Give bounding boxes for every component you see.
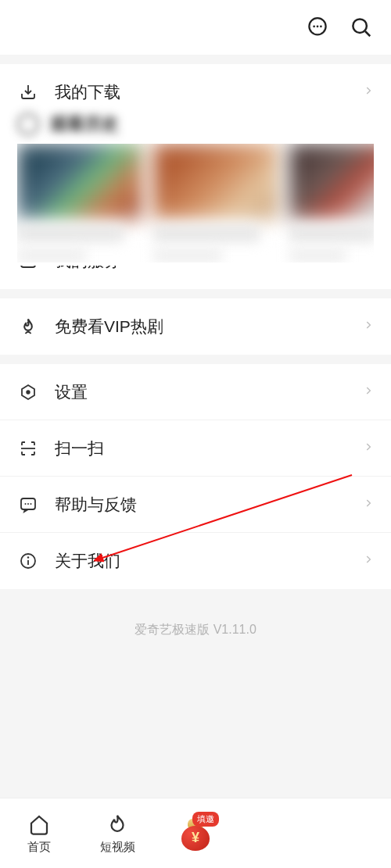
nav-shortvideo[interactable]: 短视频	[78, 812, 156, 855]
menu-label: 设置	[55, 381, 363, 403]
svg-point-15	[27, 503, 29, 505]
thumb-subtitle	[289, 248, 346, 263]
hexagon-icon	[17, 381, 39, 403]
menu-group-vip: 免费看VIP热剧	[0, 298, 391, 355]
info-icon	[17, 550, 39, 572]
thumb-image	[289, 144, 374, 219]
history-icon	[17, 113, 39, 135]
history-section: 观看历史	[0, 109, 391, 266]
thumb-subtitle	[153, 248, 222, 263]
flame-icon	[17, 316, 39, 338]
history-thumb[interactable]	[289, 144, 374, 263]
svg-point-11	[27, 391, 30, 394]
home-icon	[27, 812, 52, 837]
section-gap	[0, 289, 391, 298]
chevron-right-icon	[363, 498, 374, 512]
menu-item-scan[interactable]: 扫一扫	[0, 420, 391, 477]
menu-label: 帮助与反馈	[55, 494, 363, 516]
menu-item-free-vip[interactable]: 免费看VIP热剧	[0, 298, 391, 355]
top-bar	[0, 0, 391, 55]
section-gap	[0, 55, 391, 64]
svg-point-14	[25, 503, 27, 505]
thumb-title	[17, 225, 124, 242]
chevron-right-icon	[363, 320, 374, 334]
history-thumb[interactable]	[17, 144, 142, 263]
svg-point-16	[30, 503, 32, 505]
nav-label: 首页	[27, 840, 51, 855]
chevron-right-icon	[363, 441, 374, 455]
svg-point-3	[320, 25, 322, 27]
thumb-title	[153, 225, 260, 242]
menu-label: 免费看VIP热剧	[55, 316, 363, 338]
svg-point-4	[353, 19, 367, 33]
app-version: 爱奇艺极速版 V1.11.0	[0, 589, 391, 670]
menu-item-about[interactable]: 关于我们	[0, 533, 391, 589]
flame-outline-icon	[105, 812, 130, 837]
nav-label: 短视频	[100, 840, 135, 855]
menu-label: 关于我们	[55, 550, 363, 572]
bottom-nav: 首页 短视频 ¥ 填邀	[0, 798, 391, 868]
menu-group-system: 设置 扫一扫 帮助与反馈 关	[0, 364, 391, 589]
scan-icon	[17, 438, 39, 459]
thumb-title	[289, 225, 374, 242]
svg-point-19	[27, 556, 29, 558]
history-thumb[interactable]	[153, 144, 278, 263]
chevron-right-icon	[363, 554, 374, 568]
main-scroll: 观看历史 我的下载	[0, 55, 391, 798]
chevron-right-icon	[363, 385, 374, 399]
menu-item-settings[interactable]: 设置	[0, 364, 391, 420]
nav-earn-money[interactable]: ¥ 填邀	[156, 816, 235, 851]
menu-item-feedback[interactable]: 帮助与反馈	[0, 477, 391, 533]
feedback-icon	[17, 494, 39, 516]
menu-label: 我的下载	[55, 81, 363, 103]
history-title: 观看历史	[50, 113, 119, 136]
nav-home[interactable]: 首页	[0, 812, 78, 855]
svg-point-2	[317, 25, 319, 27]
chevron-right-icon	[363, 85, 374, 99]
download-icon	[17, 81, 39, 103]
section-gap	[0, 355, 391, 364]
thumb-image	[153, 144, 278, 219]
search-icon[interactable]	[349, 15, 374, 40]
chat-icon[interactable]	[305, 15, 330, 40]
thumb-subtitle	[17, 248, 86, 263]
nav-badge: 填邀	[192, 812, 219, 827]
menu-label: 扫一扫	[55, 438, 363, 459]
svg-line-5	[365, 31, 370, 36]
history-carousel[interactable]	[17, 144, 374, 263]
svg-point-1	[313, 25, 315, 27]
thumb-image	[17, 144, 142, 219]
